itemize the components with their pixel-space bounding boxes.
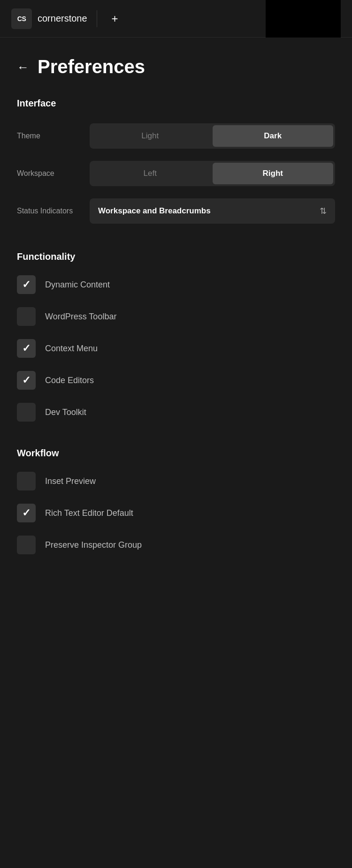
workspace-label: Workspace: [17, 169, 90, 179]
workflow-section-header: Workflow: [17, 448, 335, 459]
code-editors-label: Code Editors: [45, 376, 94, 385]
main-content: ← Preferences Interface Theme Light Dark…: [0, 38, 352, 592]
page-header: ← Preferences: [17, 56, 335, 77]
status-indicators-dropdown[interactable]: Workspace and Breadcrumbs ⇅: [90, 198, 335, 224]
theme-toggle-group: Light Dark: [90, 123, 335, 149]
checkbox-row-rich-text-editor[interactable]: ✓ Rich Text Editor Default: [17, 504, 335, 522]
checkbox-row-preserve-inspector[interactable]: Preserve Inspector Group: [17, 536, 335, 554]
checkmark-icon-4: ✓: [22, 507, 31, 519]
back-button[interactable]: ←: [17, 61, 29, 73]
status-indicators-value: Workspace and Breadcrumbs: [98, 206, 211, 216]
topbar-dark-block: [266, 0, 341, 38]
functionality-section: Functionality ✓ Dynamic Content WordPres…: [17, 251, 335, 422]
checkbox-row-dynamic-content[interactable]: ✓ Dynamic Content: [17, 275, 335, 294]
workspace-row: Workspace Left Right: [17, 159, 335, 188]
status-indicators-row: Status Indicators Workspace and Breadcru…: [17, 197, 335, 225]
checkbox-context-menu[interactable]: ✓: [17, 339, 36, 358]
theme-option-light[interactable]: Light: [90, 123, 211, 149]
checkbox-row-inset-preview[interactable]: Inset Preview: [17, 472, 335, 491]
rich-text-editor-label: Rich Text Editor Default: [45, 508, 133, 518]
workspace-toggle-group: Left Right: [90, 161, 335, 186]
wordpress-toolbar-label: WordPress Toolbar: [45, 312, 116, 322]
interface-section: Interface Theme Light Dark Workspace Lef…: [17, 98, 335, 225]
checkbox-row-wordpress-toolbar[interactable]: WordPress Toolbar: [17, 307, 335, 326]
theme-label: Theme: [17, 131, 90, 141]
workspace-option-left[interactable]: Left: [90, 161, 211, 186]
checkbox-row-dev-toolkit[interactable]: Dev Toolkit: [17, 403, 335, 422]
theme-option-dark[interactable]: Dark: [213, 125, 334, 147]
functionality-section-header: Functionality: [17, 251, 335, 262]
workflow-section: Workflow Inset Preview ✓ Rich Text Edito…: [17, 448, 335, 554]
topbar: CS cornerstone +: [0, 0, 352, 38]
theme-row: Theme Light Dark: [17, 122, 335, 150]
checkbox-row-context-menu[interactable]: ✓ Context Menu: [17, 339, 335, 358]
checkbox-dev-toolkit[interactable]: [17, 403, 36, 422]
topbar-divider: [97, 10, 97, 27]
checkbox-row-code-editors[interactable]: ✓ Code Editors: [17, 371, 335, 390]
status-indicators-label: Status Indicators: [17, 206, 90, 216]
preserve-inspector-label: Preserve Inspector Group: [45, 540, 142, 550]
inset-preview-label: Inset Preview: [45, 476, 96, 486]
context-menu-label: Context Menu: [45, 344, 98, 354]
page-title: Preferences: [38, 56, 145, 77]
checkbox-inset-preview[interactable]: [17, 472, 36, 491]
add-button[interactable]: +: [107, 10, 123, 27]
checkbox-wordpress-toolbar[interactable]: [17, 307, 36, 326]
dropdown-arrows-icon: ⇅: [320, 206, 327, 216]
checkmark-icon-2: ✓: [22, 342, 31, 355]
logo-area: CS cornerstone: [11, 8, 87, 29]
logo-icon: CS: [11, 8, 32, 29]
dev-toolkit-label: Dev Toolkit: [45, 408, 86, 417]
checkbox-dynamic-content[interactable]: ✓: [17, 275, 36, 294]
app-name: cornerstone: [38, 13, 87, 24]
workspace-option-right[interactable]: Right: [213, 163, 334, 184]
checkbox-code-editors[interactable]: ✓: [17, 371, 36, 390]
checkbox-preserve-inspector[interactable]: [17, 536, 36, 554]
dynamic-content-label: Dynamic Content: [45, 280, 110, 290]
checkmark-icon-3: ✓: [22, 374, 31, 386]
checkbox-rich-text-editor[interactable]: ✓: [17, 504, 36, 522]
checkmark-icon: ✓: [22, 279, 31, 291]
interface-section-header: Interface: [17, 98, 335, 109]
